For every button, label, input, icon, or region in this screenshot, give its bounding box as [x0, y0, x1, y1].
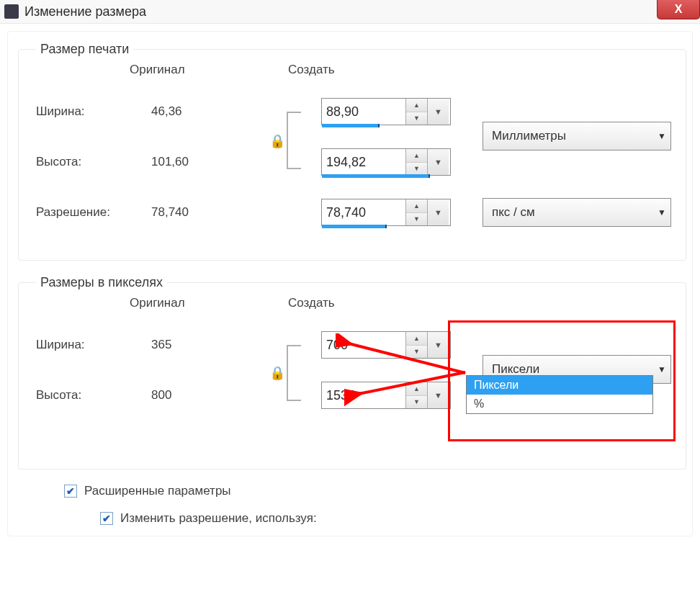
advanced-params-label: Расширенные параметры	[84, 484, 231, 498]
chevron-down-icon: ▼	[653, 207, 670, 217]
progress-bar	[322, 124, 380, 127]
pixel-height-spinbox[interactable]: ▲▼ ▼	[321, 382, 451, 409]
spin-buttons[interactable]: ▲▼	[405, 99, 427, 125]
spin-up-icon[interactable]: ▲	[406, 99, 427, 112]
print-resolution-input[interactable]	[322, 199, 405, 225]
resolution-units-combo[interactable]: пкс / см ▼	[483, 198, 671, 227]
print-width-input[interactable]	[322, 99, 405, 125]
spin-buttons[interactable]: ▲▼	[405, 332, 427, 358]
column-headers: Оригинал Создать	[130, 296, 671, 310]
print-units-combo[interactable]: Миллиметры ▼	[483, 122, 671, 150]
progress-bar	[322, 174, 430, 178]
print-width-original: 46,36	[151, 104, 274, 119]
header-create: Создать	[288, 63, 432, 77]
spin-down-icon[interactable]: ▼	[406, 163, 427, 176]
dropdown-option-percent[interactable]: %	[467, 395, 652, 413]
spin-up-icon[interactable]: ▲	[406, 199, 427, 213]
pixel-units-value: Пиксели	[483, 362, 653, 377]
print-height-row: Высота: 101,60 ▲▼ ▼ Миллиметры ▼	[36, 142, 671, 182]
spin-buttons[interactable]: ▲▼	[405, 382, 427, 408]
change-resolution-checkbox[interactable]: ✔	[100, 512, 113, 525]
dropdown-button[interactable]: ▼	[427, 149, 449, 175]
print-width-spinbox[interactable]: ▲▼ ▼	[321, 98, 451, 125]
spin-down-icon[interactable]: ▼	[406, 112, 427, 125]
app-icon	[4, 4, 19, 19]
spin-down-icon[interactable]: ▼	[406, 346, 427, 359]
header-create: Создать	[288, 296, 432, 310]
print-resolution-label: Разрешение:	[36, 205, 151, 220]
header-original: Оригинал	[130, 296, 288, 310]
lock-icon: 🔒	[269, 133, 284, 146]
change-resolution-label: Изменить разрешение, используя:	[120, 511, 317, 526]
dropdown-button[interactable]: ▼	[427, 99, 449, 125]
spin-down-icon[interactable]: ▼	[406, 213, 427, 226]
spin-buttons[interactable]: ▲▼	[405, 149, 427, 175]
dialog-body: Размер печати Оригинал Создать 🔒 Ширина:…	[7, 31, 693, 536]
dropdown-option-pixels[interactable]: Пиксели	[467, 376, 652, 395]
print-resolution-spinbox[interactable]: ▲▼ ▼	[321, 199, 451, 226]
window-title: Изменение размера	[24, 4, 146, 19]
advanced-params-row: ✔ Расширенные параметры	[64, 484, 686, 498]
print-height-original: 101,60	[151, 155, 274, 169]
spin-up-icon[interactable]: ▲	[406, 382, 427, 396]
pixel-width-spinbox[interactable]: ▲▼ ▼	[321, 331, 451, 359]
print-units-value: Миллиметры	[483, 129, 653, 143]
title-bar: Изменение размера X	[0, 0, 700, 24]
pixel-height-input[interactable]	[322, 382, 405, 408]
change-resolution-row: ✔ Изменить разрешение, используя:	[100, 511, 686, 526]
print-resolution-original: 78,740	[151, 205, 274, 220]
resolution-units-value: пкс / см	[483, 205, 653, 220]
print-size-group: Размер печати Оригинал Создать 🔒 Ширина:…	[18, 42, 686, 261]
progress-bar	[322, 225, 387, 228]
print-width-label: Ширина:	[36, 104, 151, 119]
pixel-height-original: 800	[151, 388, 274, 403]
pixel-width-label: Ширина:	[36, 338, 151, 352]
header-original: Оригинал	[130, 63, 288, 77]
print-height-label: Высота:	[36, 155, 151, 169]
pixel-width-original: 365	[151, 338, 274, 352]
print-height-spinbox[interactable]: ▲▼ ▼	[321, 148, 451, 176]
pixel-width-input[interactable]	[322, 332, 405, 358]
dropdown-button[interactable]: ▼	[427, 382, 449, 408]
pixel-size-legend: Размеры в пикселях	[36, 275, 167, 290]
spin-up-icon[interactable]: ▲	[406, 332, 427, 346]
pixel-size-group: Размеры в пикселях Оригинал Создать 🔒 Ши…	[18, 275, 686, 469]
print-resolution-row: Разрешение: 78,740 ▲▼ ▼ пкс / см ▼	[36, 192, 671, 233]
close-button[interactable]: X	[657, 0, 700, 19]
column-headers: Оригинал Создать	[130, 63, 671, 77]
advanced-params-checkbox[interactable]: ✔	[64, 485, 77, 498]
lock-icon: 🔒	[269, 365, 284, 378]
print-height-input[interactable]	[322, 149, 405, 175]
spin-up-icon[interactable]: ▲	[406, 149, 427, 163]
lock-bracket	[287, 112, 301, 169]
dropdown-button[interactable]: ▼	[427, 332, 449, 358]
pixel-height-label: Высота:	[36, 388, 151, 403]
lock-bracket	[287, 345, 301, 401]
chevron-down-icon: ▼	[653, 364, 670, 374]
print-size-legend: Размер печати	[36, 42, 133, 57]
pixel-units-dropdown[interactable]: Пиксели %	[466, 375, 653, 414]
spin-buttons[interactable]: ▲▼	[405, 199, 427, 225]
dropdown-button[interactable]: ▼	[427, 199, 449, 225]
spin-down-icon[interactable]: ▼	[406, 396, 427, 409]
chevron-down-icon: ▼	[653, 131, 670, 141]
